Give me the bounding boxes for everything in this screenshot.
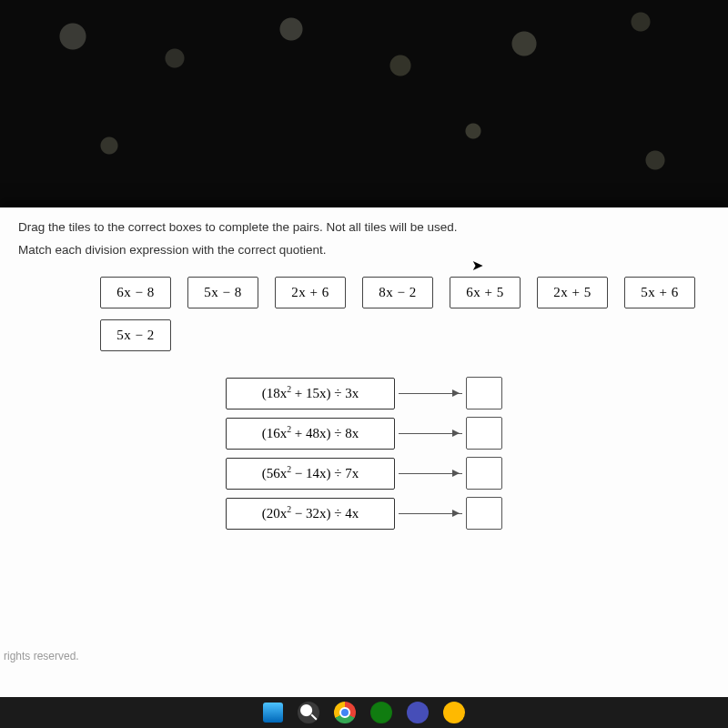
start-icon[interactable] — [263, 703, 283, 723]
tile-5x-minus-2[interactable]: 5x − 2 — [100, 319, 171, 351]
drop-target-3[interactable] — [466, 457, 502, 490]
expression-4: (20x2 − 32x) ÷ 4x — [226, 498, 395, 530]
arrow-icon — [399, 513, 462, 514]
expression-3: (56x2 − 14x) ÷ 7x — [226, 458, 395, 490]
worksheet-screen: Drag the tiles to the correct boxes to c… — [0, 207, 728, 699]
tile-8x-minus-2[interactable]: 8x − 2 — [362, 277, 433, 308]
tiles-row-1: 6x − 8 5x − 8 2x + 6 8x − 2 6x + 5 2x + … — [100, 277, 728, 308]
pair-row-2: (16x2 + 48x) ÷ 8x — [226, 417, 502, 450]
instruction-line-2: Match each division expression with the … — [18, 243, 710, 257]
instruction-line-1: Drag the tiles to the correct boxes to c… — [18, 220, 710, 234]
arrow-icon — [399, 393, 462, 394]
windows-taskbar[interactable] — [0, 697, 728, 728]
arrow-icon — [399, 433, 462, 434]
tile-6x-minus-8[interactable]: 6x − 8 — [100, 277, 171, 308]
xbox-icon[interactable] — [370, 702, 392, 723]
expression-2: (16x2 + 48x) ÷ 8x — [226, 418, 395, 450]
search-icon[interactable] — [298, 702, 319, 723]
tile-5x-plus-6[interactable]: 5x + 6 — [624, 277, 695, 308]
expression-1: (18x2 + 15x) ÷ 3x — [226, 378, 395, 410]
tile-5x-minus-8[interactable]: 5x − 8 — [187, 277, 258, 308]
teams-icon[interactable] — [407, 702, 429, 723]
pair-row-3: (56x2 − 14x) ÷ 7x — [226, 457, 502, 490]
drop-target-1[interactable] — [466, 377, 502, 410]
tile-2x-plus-5[interactable]: 2x + 5 — [537, 277, 608, 308]
pair-row-4: (20x2 − 32x) ÷ 4x — [226, 497, 502, 530]
answer-tiles-area: 6x − 8 5x − 8 2x + 6 8x − 2 6x + 5 2x + … — [0, 271, 728, 351]
tile-6x-plus-5[interactable]: 6x + 5 — [450, 277, 521, 308]
tile-2x-plus-6[interactable]: 2x + 6 — [275, 277, 346, 308]
matching-pairs-area: (18x2 + 15x) ÷ 3x (16x2 + 48x) ÷ 8x (56x… — [0, 377, 728, 530]
copyright-text: rights reserved. — [0, 650, 79, 662]
arrow-icon — [399, 473, 462, 474]
drop-target-2[interactable] — [466, 417, 502, 450]
tiles-row-2: 5x − 2 — [100, 319, 728, 351]
pair-row-1: (18x2 + 15x) ÷ 3x — [226, 377, 502, 410]
instructions-block: Drag the tiles to the correct boxes to c… — [0, 207, 728, 271]
file-explorer-icon[interactable] — [443, 702, 465, 723]
drop-target-4[interactable] — [466, 497, 502, 530]
chrome-icon[interactable] — [334, 702, 356, 723]
